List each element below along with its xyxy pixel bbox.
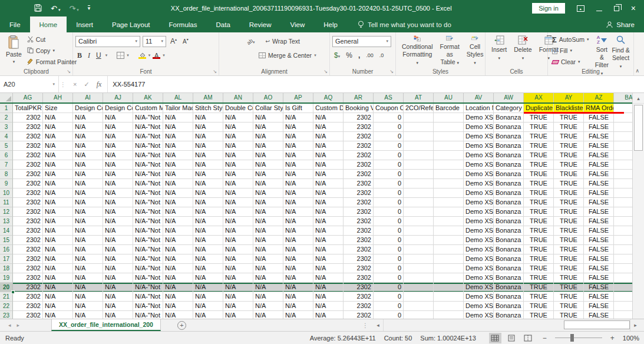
- cell-AU20[interactable]: [434, 283, 464, 292]
- underline-button[interactable]: U: [94, 51, 103, 59]
- cell-AL7[interactable]: N/A: [163, 160, 193, 170]
- cell-AH14[interactable]: N/A: [43, 226, 73, 236]
- cell-AS8[interactable]: 0: [374, 170, 404, 179]
- cell-AN20[interactable]: N/A: [223, 283, 253, 292]
- sheet-tab-active[interactable]: XX_order_file_international_200: [51, 319, 161, 331]
- cell-AJ13[interactable]: N/A: [103, 217, 133, 226]
- cell-AL8[interactable]: N/A: [163, 170, 193, 179]
- cell-AO18[interactable]: N/A: [253, 264, 283, 273]
- cell-AW11[interactable]: Bonanza S: [494, 198, 524, 207]
- cell-AM20[interactable]: N/A: [193, 283, 223, 292]
- cell-AH10[interactable]: N/A: [43, 188, 73, 198]
- cell-AW21[interactable]: Bonanza S: [494, 292, 524, 302]
- cell-AK8[interactable]: N/A-"Not: [133, 170, 163, 179]
- cell-AG4[interactable]: 2302: [13, 132, 43, 141]
- cell-AH20[interactable]: N/A: [43, 283, 73, 292]
- cell-AX6[interactable]: TRUE: [524, 151, 554, 160]
- cell-AZ3[interactable]: FALSE: [584, 123, 614, 132]
- cell-AX18[interactable]: TRUE: [524, 264, 554, 273]
- decrease-decimal-button[interactable]: .0: [378, 52, 386, 58]
- cell-AJ12[interactable]: N/A: [103, 207, 133, 217]
- dialog-launcher-icon[interactable]: ↘: [67, 69, 71, 74]
- row-header-17[interactable]: 17: [0, 254, 13, 264]
- cell-AW5[interactable]: Bonanza S: [494, 141, 524, 151]
- column-header-AZ[interactable]: AZ: [584, 93, 614, 102]
- cell-AG9[interactable]: 2302: [13, 179, 43, 188]
- cell-AM6[interactable]: N/A: [193, 151, 223, 160]
- cell-AK7[interactable]: N/A-"Not: [133, 160, 163, 170]
- cell-AV9[interactable]: Demo XSt: [464, 179, 494, 188]
- cell-AR5[interactable]: 2302: [344, 141, 374, 151]
- cell-AZ15[interactable]: FALSE: [584, 236, 614, 245]
- row-header-18[interactable]: 18: [0, 264, 13, 273]
- cell-AJ20[interactable]: N/A: [103, 283, 133, 292]
- cell-AP15[interactable]: N/A: [283, 236, 313, 245]
- cell-AT18[interactable]: [404, 264, 434, 273]
- cell-AV13[interactable]: Demo XSt: [464, 217, 494, 226]
- sign-in-button[interactable]: Sign in: [532, 3, 565, 14]
- cell-AK16[interactable]: N/A-"Not: [133, 245, 163, 254]
- cell-AH22[interactable]: N/A: [43, 302, 73, 311]
- cell-AM4[interactable]: N/A: [193, 132, 223, 141]
- cell-AY5[interactable]: TRUE: [554, 141, 584, 151]
- cell-AX22[interactable]: TRUE: [524, 302, 554, 311]
- collapse-ribbon-icon[interactable]: ∧: [635, 68, 639, 74]
- cell-AQ4[interactable]: N/A: [313, 132, 344, 141]
- cell-AM17[interactable]: N/A: [193, 254, 223, 264]
- cell-AT6[interactable]: [404, 151, 434, 160]
- cell-AK23[interactable]: N/A-"Not: [133, 311, 163, 319]
- number-format-select[interactable]: General▾: [332, 36, 391, 47]
- tab-help[interactable]: Help: [314, 16, 347, 32]
- cell-AO23[interactable]: N/A: [253, 311, 283, 319]
- cell-AQ3[interactable]: N/A: [313, 123, 344, 132]
- cell-AS11[interactable]: 0: [374, 198, 404, 207]
- format-painter-button[interactable]: Format Painter: [25, 57, 78, 67]
- cell-AQ14[interactable]: N/A: [313, 226, 344, 236]
- cell-AO2[interactable]: N/A: [253, 113, 283, 123]
- cell-AT16[interactable]: [404, 245, 434, 254]
- cell-AZ14[interactable]: FALSE: [584, 226, 614, 236]
- cell-AM1[interactable]: Stitch Styl: [193, 104, 223, 113]
- row-header-19[interactable]: 19: [0, 273, 13, 283]
- cell-AS15[interactable]: 0: [374, 236, 404, 245]
- cell-AT20[interactable]: [404, 283, 434, 292]
- close-button[interactable]: ×: [631, 4, 636, 12]
- find-select-button[interactable]: Find &Select ▾: [610, 34, 631, 67]
- orientation-button[interactable]: ab▾: [245, 37, 257, 45]
- cell-AT21[interactable]: [404, 292, 434, 302]
- cell-AI12[interactable]: N/A: [73, 207, 103, 217]
- cell-AN1[interactable]: Double Cu: [223, 104, 253, 113]
- paste-button[interactable]: Paste ▾: [2, 34, 25, 67]
- cell-AP23[interactable]: N/A: [283, 311, 313, 319]
- cell-AS18[interactable]: 0: [374, 264, 404, 273]
- cell-AZ23[interactable]: FALSE: [584, 311, 614, 319]
- cell-AV18[interactable]: Demo XSt: [464, 264, 494, 273]
- cell-AN8[interactable]: N/A: [223, 170, 253, 179]
- cell-AT3[interactable]: [404, 123, 434, 132]
- cell-AR22[interactable]: 2302: [344, 302, 374, 311]
- copy-button[interactable]: Copy ▾: [25, 45, 78, 56]
- cell-AV22[interactable]: Demo XSt: [464, 302, 494, 311]
- cell-AJ23[interactable]: N/A: [103, 311, 133, 319]
- chevron-down-icon[interactable]: ▾: [127, 53, 129, 58]
- cell-AL16[interactable]: N/A: [163, 245, 193, 254]
- cell-AY4[interactable]: TRUE: [554, 132, 584, 141]
- ribbon-display-options-icon[interactable]: ▴: [577, 5, 584, 12]
- cell-AW14[interactable]: Bonanza S: [494, 226, 524, 236]
- cell-AK9[interactable]: N/A-"Not: [133, 179, 163, 188]
- cell-AX17[interactable]: TRUE: [524, 254, 554, 264]
- column-header-AW[interactable]: AW: [494, 93, 524, 102]
- cell-AU17[interactable]: [434, 254, 464, 264]
- cell-AY12[interactable]: TRUE: [554, 207, 584, 217]
- cell-AR9[interactable]: 2302: [344, 179, 374, 188]
- cell-AX13[interactable]: TRUE: [524, 217, 554, 226]
- cell-AL15[interactable]: N/A: [163, 236, 193, 245]
- cell-AI8[interactable]: N/A: [73, 170, 103, 179]
- cell-AN3[interactable]: N/A: [223, 123, 253, 132]
- cell-AU13[interactable]: [434, 217, 464, 226]
- cell-AN2[interactable]: N/A: [223, 113, 253, 123]
- row-header-2[interactable]: 2: [0, 113, 13, 123]
- cell-AW3[interactable]: Bonanza S: [494, 123, 524, 132]
- cell-AJ16[interactable]: N/A: [103, 245, 133, 254]
- sheet-nav-right-icon[interactable]: ▸: [17, 322, 20, 328]
